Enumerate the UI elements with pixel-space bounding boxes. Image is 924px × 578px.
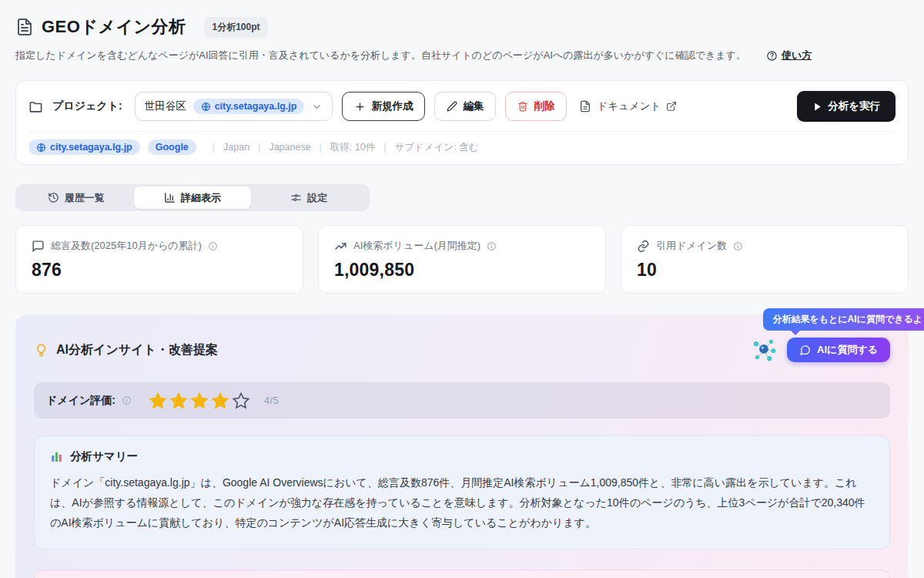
ask-ai-tooltip: 分析結果をもとにAIに質問できるよ！ xyxy=(763,308,924,331)
bar-chart-icon xyxy=(164,192,176,203)
help-link-label: 使い方 xyxy=(782,49,812,62)
globe-icon xyxy=(36,143,46,153)
domain-tag-label: city.setagaya.lg.jp xyxy=(50,142,132,153)
globe-icon xyxy=(201,102,211,112)
stat-volume-label: AI検索ボリューム(月間推定) xyxy=(353,239,480,253)
summary-title: 分析サマリー xyxy=(70,449,138,464)
help-circle-icon xyxy=(766,50,778,62)
meta-subdomain: サブドメイン: 含む xyxy=(375,141,478,154)
chat-bubble-icon xyxy=(799,344,811,356)
stat-volume-value: 1,009,850 xyxy=(334,260,590,281)
edit-button[interactable]: 編集 xyxy=(434,92,496,121)
stat-domains-value: 10 xyxy=(637,260,892,281)
folder-icon xyxy=(28,99,43,114)
star-icon xyxy=(232,391,250,410)
page: GEOドメイン分析 1分析100pt 指定したドメインを含むどんなページがAI回… xyxy=(0,0,924,578)
stat-card-mentions: 総言及数(2025年10月からの累計) 876 xyxy=(15,225,303,294)
tab-history-label: 履歴一覧 xyxy=(65,191,105,205)
star-icon xyxy=(149,391,167,410)
docs-label: ドキュメント xyxy=(597,99,661,113)
ask-ai-label: AIに質問する xyxy=(817,343,878,357)
new-project-button[interactable]: 新規作成 xyxy=(342,92,425,121)
analysis-summary-card: 分析サマリー ドメイン「city.setagaya.lg.jp」は、Google… xyxy=(34,435,890,549)
colored-chart-icon xyxy=(50,450,63,463)
info-icon[interactable] xyxy=(208,241,218,251)
rating-label: ドメイン評価: xyxy=(46,394,116,408)
chevron-down-icon xyxy=(311,101,323,113)
info-icon[interactable] xyxy=(733,241,743,251)
stat-domains-label: 引用ドメイン数 xyxy=(656,239,727,253)
message-square-icon xyxy=(32,240,45,253)
lightbulb-icon xyxy=(34,343,49,358)
tab-details[interactable]: 詳細表示 xyxy=(134,187,250,209)
domain-tag: city.setagaya.lg.jp xyxy=(28,139,140,155)
rating-value: 4/5 xyxy=(264,395,279,406)
project-select-name: 世田谷区 xyxy=(145,99,186,113)
document-icon xyxy=(15,18,34,36)
page-header: GEOドメイン分析 1分析100pt 指定したドメインを含むどんなページがAI回… xyxy=(15,15,909,62)
edit-label: 編集 xyxy=(463,99,484,113)
star-icon xyxy=(211,391,229,410)
meta-fetch-count: 取得: 10件 xyxy=(311,141,376,154)
external-link-icon xyxy=(666,101,677,112)
ai-mascot-icon xyxy=(750,336,778,364)
tab-settings[interactable]: 設定 xyxy=(251,187,367,209)
file-icon xyxy=(579,100,591,113)
stats-row: 総言及数(2025年10月からの累計) 876 AI検索ボリューム(月間推定) … xyxy=(15,225,909,294)
play-icon xyxy=(812,102,822,112)
credit-badge: 1分析100pt xyxy=(204,17,267,38)
run-analysis-button[interactable]: 分析を実行 xyxy=(797,91,896,122)
meta-language: Japanese xyxy=(249,142,310,153)
meta-country: Japan xyxy=(204,142,249,153)
info-icon[interactable] xyxy=(122,395,132,405)
project-select[interactable]: 世田谷区 city.setagaya.lg.jp xyxy=(135,92,333,121)
stat-card-domains: 引用ドメイン数 10 xyxy=(621,225,909,294)
trash-icon xyxy=(517,101,528,112)
trending-up-icon xyxy=(334,240,347,253)
stat-mentions-label: 総言及数(2025年10月からの累計) xyxy=(51,239,202,253)
star-icon xyxy=(190,391,209,410)
link-icon xyxy=(637,240,650,253)
tab-details-label: 詳細表示 xyxy=(181,191,221,205)
stat-mentions-value: 876 xyxy=(32,260,287,281)
page-title: GEOドメイン分析 xyxy=(42,15,186,39)
delete-label: 削除 xyxy=(534,99,554,113)
history-icon xyxy=(48,192,59,203)
rating-stars xyxy=(149,391,250,410)
project-tags-row: city.setagaya.lg.jp Google Japan Japanes… xyxy=(28,131,896,164)
project-domain-pill: city.setagaya.lg.jp xyxy=(193,99,305,114)
view-tabbar: 履歴一覧 詳細表示 設定 xyxy=(15,184,370,211)
pencil-icon xyxy=(447,101,457,112)
info-icon[interactable] xyxy=(487,241,497,251)
sliders-icon xyxy=(290,192,302,203)
run-analysis-label: 分析を実行 xyxy=(828,99,880,113)
project-domain-label: city.setagaya.lg.jp xyxy=(215,101,297,112)
ai-insight-panel: AI分析インサイト・改善提案 分析結果をもとに xyxy=(15,314,909,578)
tab-settings-label: 設定 xyxy=(307,191,327,205)
plus-icon xyxy=(354,101,366,113)
key-findings-card: 主な発見 xyxy=(34,570,890,578)
project-meta: Japan Japanese 取得: 10件 サブドメイン: 含む xyxy=(204,141,479,154)
project-panel: プロジェクト: 世田谷区 city.setagaya.lg.jp 新規作成 xyxy=(15,80,909,165)
engine-tag-label: Google xyxy=(156,142,189,153)
tab-history[interactable]: 履歴一覧 xyxy=(18,187,134,209)
star-icon xyxy=(169,391,188,410)
summary-body: ドメイン「city.setagaya.lg.jp」は、Google AI Ove… xyxy=(50,473,874,533)
new-project-label: 新規作成 xyxy=(371,99,413,113)
domain-rating-bar: ドメイン評価: 4/5 xyxy=(34,382,890,418)
project-label: プロジェクト: xyxy=(52,99,122,113)
stat-card-volume: AI検索ボリューム(月間推定) 1,009,850 xyxy=(318,225,606,294)
help-link[interactable]: 使い方 xyxy=(766,49,812,62)
page-description: 指定したドメインを含むどんなページがAI回答に引用・言及されているかを分析します… xyxy=(15,49,746,62)
ask-ai-button[interactable]: AIに質問する xyxy=(787,338,890,362)
ai-section-title: AI分析インサイト・改善提案 xyxy=(56,342,218,358)
engine-tag: Google xyxy=(148,139,196,155)
delete-button[interactable]: 削除 xyxy=(505,92,567,121)
docs-link[interactable]: ドキュメント xyxy=(579,99,677,113)
